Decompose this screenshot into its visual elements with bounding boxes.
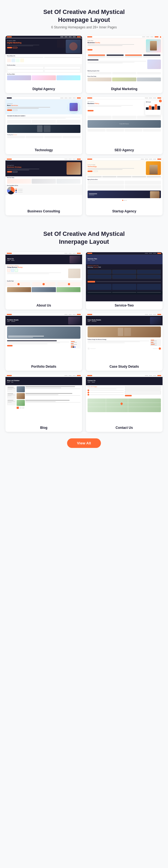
marketing-label: Marketing Complete Field: [88, 70, 161, 71]
preview-contact-us: Contact Us › Co: [86, 374, 163, 424]
homepage-grid: Progress With Digital Marketing: [5, 36, 163, 215]
nav-logo-startup: [87, 159, 92, 160]
card-label-digital-marketing: Digital Marketing: [86, 85, 163, 93]
nav-links-case: [145, 314, 156, 315]
services-label: Our Services Area: [7, 65, 80, 66]
nav-btn-case: [157, 314, 161, 315]
nav-btn-seo: [157, 97, 161, 98]
recent-case-label: Our Recent Work: [7, 74, 80, 75]
section2-header: Set Of Creative And Mystical Innerpage L…: [5, 230, 163, 246]
how-we-think-label: How We Think: [7, 281, 80, 282]
nav-logo-s2: [87, 253, 92, 254]
techgen-label: TECHGEN TECHNOLOGY AGENCY.: [7, 115, 80, 117]
nav-dot: [160, 36, 161, 38]
card-label-contact-us: Contact Us: [86, 424, 163, 432]
change-strategy-label: Change Business Strategy: [7, 265, 80, 267]
view-all-wrapper: View All: [5, 438, 163, 448]
nav-links-contact: [145, 375, 156, 376]
card-business-consulting[interactable]: Strongly Build Business Strategy.: [5, 158, 82, 215]
nav-links-seo: [145, 98, 156, 98]
carousel-dot: [126, 200, 127, 201]
card-label-portfolio-details: Portfolio Details: [5, 363, 82, 371]
card-label-seo-agency: SEO Agency: [86, 146, 163, 154]
nav-logo-seo: [87, 97, 92, 98]
nav-btn: [77, 36, 81, 37]
nav-logo-case: [87, 314, 92, 315]
nav-btn-about: [77, 253, 81, 254]
nav-links-portfolio: [64, 314, 76, 315]
card-digital-agency[interactable]: Progress With Digital Marketing: [5, 36, 82, 93]
nav-btn-bc: [77, 159, 81, 160]
card-seo-agency[interactable]: SEO Growth Your Business Policy. SEO Gro…: [86, 97, 163, 154]
nav-logo-tech: [7, 97, 12, 98]
our-case-study-label: Our Case Study: [7, 177, 80, 178]
preview-portfolio-details: Portfolio Details ›: [5, 313, 82, 363]
card-label-digital-agency: Digital Agency: [5, 85, 82, 93]
consultants-label: Our Consultants On Era: [7, 185, 80, 186]
nav-logo-contact: [87, 375, 92, 376]
section2-title: Set Of Creative And Mystical Innerpage L…: [5, 230, 163, 246]
provide-seo-label: Provide SEO Services: [120, 123, 129, 124]
card-label-case-study-details: Case Study Details: [86, 363, 163, 371]
nav-links-startup: [141, 159, 156, 159]
card-technology[interactable]: To Provide The Best Services.: [5, 97, 82, 154]
card-label-service-two: Service-Two: [86, 301, 163, 310]
card-label-about-us: About Us: [5, 301, 82, 310]
carousel-dot: [124, 200, 125, 201]
card-label-business-consulting: Business Consulting: [5, 207, 82, 215]
nav-logo-bc: [7, 159, 12, 160]
card-contact-us[interactable]: Contact Us › Co: [86, 374, 163, 432]
preview-business-consulting: Strongly Build Business Strategy.: [5, 158, 82, 207]
nav-btn-s2: [157, 253, 161, 254]
section1-subtitle: 6 Stunning Homepages and 28+ Inner Pages: [5, 25, 163, 29]
nav-logo-dm: [87, 36, 92, 37]
card-label-blog: Blog: [5, 424, 82, 432]
nav-links-tech: [60, 98, 76, 98]
card-blog[interactable]: Blog Left Sidebar ›: [5, 374, 82, 432]
card-startup-agency[interactable]: To Learn Trending Technology.: [86, 158, 163, 215]
preview-seo-agency: SEO Growth Your Business Policy. SEO Gro…: [86, 97, 163, 146]
section1-title: Set Of Creative And Mystical Homepage La…: [5, 8, 163, 24]
preview-digital-agency: Progress With Digital Marketing: [5, 36, 82, 85]
card-case-study-details[interactable]: Case Study Details ›: [86, 313, 163, 371]
page-wrapper: Set Of Creative And Mystical Homepage La…: [0, 0, 168, 459]
nav-logo-blog: [7, 375, 12, 376]
nav-links: [60, 37, 76, 37]
nav-btn-contact: [157, 375, 161, 376]
preview-blog: Blog Left Sidebar ›: [5, 374, 82, 424]
nav-btn-portfolio: [77, 314, 81, 315]
preview-startup-agency: To Learn Trending Technology.: [86, 158, 163, 207]
nav-links-dm: [142, 37, 154, 37]
card-label-technology: Technology: [5, 146, 82, 154]
card-digital-marketing[interactable]: Grow Your Business Easily.: [86, 36, 163, 93]
know-about-label: Know About Us: [7, 55, 80, 57]
nav-links-blog: [64, 375, 76, 376]
preview-about-us: About Us › Change Bus: [5, 252, 82, 301]
nav-logo-about: [7, 253, 12, 254]
card-service-two[interactable]: Services Two › Marketing Complete Field …: [86, 252, 163, 310]
agency-services-label: Agency Services Area: [88, 179, 161, 180]
card-label-startup-agency: Startup Agency: [86, 207, 163, 215]
preview-service-two: Services Two › Marketing Complete Field …: [86, 252, 163, 301]
preview-technology: To Provide The Best Services.: [5, 97, 82, 146]
nav-links-about: [64, 253, 76, 254]
preview-digital-marketing: Grow Your Business Easily.: [86, 36, 163, 85]
marketing-field-label: Marketing Complete Field: [88, 265, 161, 266]
preview-case-study-details: Case Study Details ›: [86, 313, 163, 363]
section1-header: Set Of Creative And Mystical Homepage La…: [5, 8, 163, 29]
nav-btn-startup: [157, 159, 161, 160]
nav-btn-dm: [155, 36, 159, 37]
carousel-dot-active: [122, 200, 123, 201]
case-study-label: Recent Case Study: [88, 76, 161, 77]
card-about-us[interactable]: About Us › Change Bus: [5, 252, 82, 310]
nav-links-bc: [64, 159, 76, 159]
nav-btn-tech: [77, 97, 81, 98]
nav-logo: [7, 36, 12, 37]
section-gap-1: [5, 219, 163, 227]
nav-logo-portfolio: [7, 314, 12, 315]
view-all-button[interactable]: View All: [67, 438, 101, 448]
innerpage-grid: About Us › Change Bus: [5, 252, 163, 432]
card-portfolio-details[interactable]: Portfolio Details ›: [5, 313, 82, 371]
nav-links-s2: [145, 253, 156, 254]
nav-btn-blog: [77, 375, 81, 376]
